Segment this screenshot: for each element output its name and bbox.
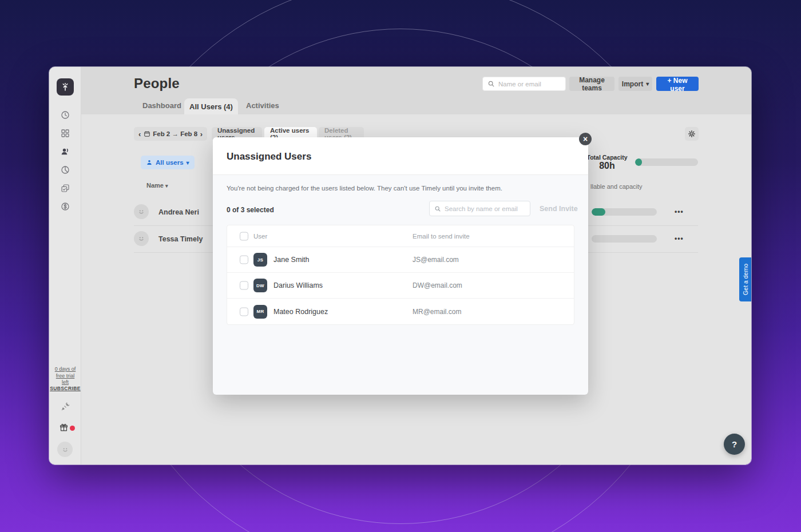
caret-down-icon: ▾ — [646, 81, 649, 87]
person-row-name[interactable]: Andrea Neri — [158, 208, 199, 216]
new-user-button[interactable]: + New user — [656, 77, 699, 91]
hours-clock-icon[interactable] — [60, 110, 70, 120]
page-header: People Manage teams Import ▾ + New user … — [81, 67, 751, 114]
integrations-plug-icon[interactable] — [60, 402, 70, 412]
user-name: Darius Williams — [273, 281, 323, 289]
people-icon-active[interactable] — [60, 146, 70, 157]
total-capacity-label: Total Capacity — [581, 154, 633, 161]
initials-avatar: MR — [253, 305, 267, 319]
modal-title: Unassigned Users — [227, 151, 311, 162]
timely-logo-icon[interactable] — [57, 78, 74, 96]
unassigned-users-modal: Unassigned Users × You're not being char… — [213, 137, 588, 395]
billing-dollar-icon[interactable] — [60, 201, 70, 212]
user-avatar[interactable] — [57, 442, 73, 457]
chevron-left-icon[interactable]: ‹ — [138, 130, 141, 138]
total-capacity-fill — [635, 158, 642, 166]
tab-dashboard[interactable]: Dashboard — [142, 101, 181, 110]
gift-icon[interactable] — [59, 423, 69, 433]
person-row-name[interactable]: Tessa Timely — [158, 235, 203, 243]
capacity-fill — [592, 208, 605, 216]
table-header-row: User Email to send invite — [227, 225, 574, 247]
search-icon — [487, 80, 495, 88]
user-email: MR@email.com — [413, 308, 462, 316]
row-menu-button[interactable]: ••• — [675, 208, 684, 216]
app-window: 0 days of free trial left SUBSCRIBE — [49, 67, 751, 464]
subscribe-link[interactable]: SUBSCRIBE — [49, 386, 81, 391]
user-email: JS@email.com — [413, 256, 459, 264]
table-row[interactable]: DW Darius Williams DW@email.com — [227, 273, 574, 299]
selected-count: 0 of 3 selected — [227, 206, 274, 214]
unassigned-users-table: User Email to send invite JS Jane Smith … — [227, 225, 574, 325]
get-a-demo-button[interactable]: Get a demo — [739, 257, 751, 301]
caret-down-icon: ▾ — [165, 183, 168, 189]
table-row[interactable]: JS Jane Smith JS@email.com — [227, 247, 574, 273]
date-range-picker[interactable]: ‹ Feb 2 → Feb 8 › — [134, 127, 207, 141]
user-email: DW@email.com — [413, 281, 462, 289]
tab-all-users[interactable]: All Users (4) — [184, 98, 238, 114]
row-menu-button[interactable]: ••• — [675, 235, 684, 243]
total-capacity-value: 80h — [581, 161, 633, 171]
date-range-label: Feb 2 → Feb 8 — [153, 130, 197, 137]
projects-grid-icon[interactable] — [60, 128, 70, 138]
column-user: User — [253, 233, 267, 240]
sidebar: 0 days of free trial left SUBSCRIBE — [49, 67, 81, 464]
send-invite-button[interactable]: Send Invite — [540, 205, 578, 213]
column-email: Email to send invite — [413, 233, 470, 240]
total-capacity-bar — [635, 158, 698, 166]
tasks-icon[interactable] — [60, 183, 70, 193]
table-row[interactable]: MR Mateo Rodriguez MR@email.com — [227, 299, 574, 324]
manage-teams-button[interactable]: Manage teams — [569, 77, 614, 91]
modal-description: You're not being charged for the users l… — [227, 185, 502, 192]
import-button-label: Import — [622, 80, 643, 88]
modal-search-input[interactable] — [445, 205, 522, 212]
person-icon — [146, 159, 153, 166]
import-button[interactable]: Import ▾ — [618, 77, 652, 91]
notification-dot — [70, 426, 75, 431]
header-search-field[interactable] — [482, 77, 566, 91]
get-a-demo-label: Get a demo — [742, 264, 749, 295]
row-checkbox[interactable] — [240, 307, 248, 316]
user-name: Jane Smith — [273, 256, 310, 264]
header-search-input[interactable] — [498, 81, 561, 88]
capacity-caption-clipped: llable and capacity — [590, 183, 643, 190]
capacity-bar — [592, 208, 657, 216]
name-column-header[interactable]: Name ▾ — [146, 182, 168, 189]
reports-pie-icon[interactable] — [60, 165, 70, 175]
select-all-checkbox[interactable] — [240, 232, 248, 240]
avatar — [134, 204, 149, 219]
help-button[interactable]: ? — [724, 434, 745, 455]
row-checkbox[interactable] — [240, 256, 248, 264]
page-background: 0 days of free trial left SUBSCRIBE — [0, 0, 801, 532]
trial-days-note[interactable]: 0 days of free trial left — [52, 366, 78, 386]
total-capacity: Total Capacity 80h — [581, 154, 633, 171]
caret-down-icon: ▾ — [187, 160, 189, 166]
row-checkbox[interactable] — [240, 281, 248, 290]
calendar-icon — [144, 130, 150, 137]
gear-icon — [688, 130, 696, 138]
user-name: Mateo Rodriguez — [273, 308, 328, 316]
modal-search-field[interactable] — [429, 201, 530, 216]
avatar — [134, 231, 149, 246]
initials-avatar: JS — [253, 253, 267, 267]
initials-avatar: DW — [253, 279, 267, 292]
name-column-label: Name — [146, 182, 164, 189]
search-icon — [434, 205, 441, 212]
capacity-bar — [592, 235, 657, 243]
close-icon[interactable]: × — [579, 133, 592, 145]
group-filter-dropdown[interactable]: All users ▾ — [141, 156, 195, 169]
page-title: People — [134, 76, 180, 92]
tab-activities[interactable]: Activities — [246, 101, 279, 110]
settings-gear-button[interactable] — [685, 127, 699, 141]
chevron-right-icon[interactable]: › — [200, 130, 203, 138]
group-filter-label: All users — [156, 159, 184, 166]
